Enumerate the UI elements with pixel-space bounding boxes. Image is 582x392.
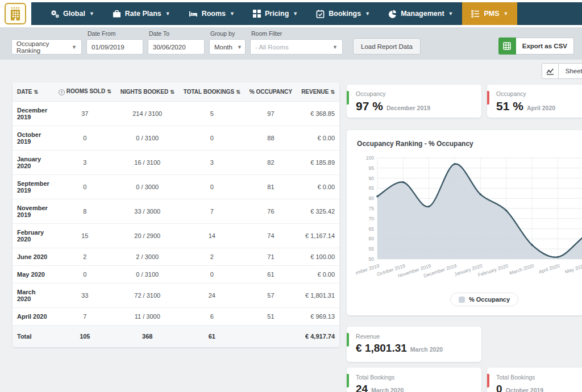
room-filter-group: Room Filter - All Rooms ▼ xyxy=(250,30,343,55)
table-cell-revenue: € 325.42 xyxy=(297,199,339,224)
report-type-select[interactable]: Occupancy Ranking ▼ xyxy=(11,39,82,55)
table-cell-rooms_sold: 37 xyxy=(54,102,116,126)
stat-period: December 2019 xyxy=(386,105,430,111)
sort-icon[interactable]: ⇅ xyxy=(236,89,240,95)
stat-label: Revenue xyxy=(356,333,473,340)
table-cell-nights_booked: 11 / 3000 xyxy=(116,308,179,326)
sort-icon[interactable]: ⇅ xyxy=(107,89,111,94)
date-to-input[interactable] xyxy=(148,39,205,55)
table-cell-date: April 2020 xyxy=(13,308,54,326)
report-table-card: DATE⇅?ROOMS SOLD⇅NIGHTS BOOKED⇅TOTAL BOO… xyxy=(13,82,339,347)
table-cell-occupancy: 81 xyxy=(245,175,297,199)
column-header[interactable]: DATE⇅ xyxy=(13,82,54,102)
legend-occupancy-toggle[interactable]: % Occupancy xyxy=(450,293,518,306)
occupancy-stat-row: Occupancy 97 %December 2019 Occupancy 51… xyxy=(347,85,582,118)
stat-period: March 2020 xyxy=(410,346,443,353)
nav-item-pricing[interactable]: Pricing ▼ xyxy=(244,2,307,25)
nav-item-management[interactable]: Management ▼ xyxy=(379,2,462,25)
table-row: October 201900 / 3100088€ 0.00 xyxy=(13,126,339,151)
table-cell-rooms_sold: 0 xyxy=(54,266,116,283)
svg-text:75: 75 xyxy=(369,206,375,211)
report-table: DATE⇅?ROOMS SOLD⇅NIGHTS BOOKED⇅TOTAL BOO… xyxy=(13,82,339,347)
table-cell-total_bookings: 14 xyxy=(179,224,245,248)
table-row: April 2020711 / 3000651€ 969.13 xyxy=(13,308,339,326)
svg-text:85: 85 xyxy=(369,185,375,191)
nav-item-rooms[interactable]: Rooms ▼ xyxy=(180,2,244,25)
total-cell-nights_booked: 368 xyxy=(116,326,179,348)
legend-swatch xyxy=(459,297,465,303)
view-mode-select[interactable]: Sheet + Chart xyxy=(559,63,582,79)
load-report-button[interactable]: Load Report Data xyxy=(353,38,421,55)
table-row: September 201900 / 3000081€ 0.00 xyxy=(13,175,339,199)
svg-text:70: 70 xyxy=(369,216,375,222)
column-header[interactable]: TOTAL BOOKINGS⇅ xyxy=(179,82,245,102)
nav-item-bookings[interactable]: Bookings ▼ xyxy=(307,2,379,25)
sort-icon[interactable]: ⇅ xyxy=(34,89,38,95)
stat-value: 24 xyxy=(356,383,368,392)
table-cell-date: December 2019 xyxy=(13,102,54,126)
nav-item-label: Rooms xyxy=(202,10,226,18)
help-icon[interactable]: ? xyxy=(59,89,65,95)
stat-card-occupancy-low: Occupancy 51 %April 2020 xyxy=(487,85,582,118)
table-cell-occupancy: 57 xyxy=(245,283,297,308)
svg-text:March 2020: March 2020 xyxy=(509,262,535,276)
accent-bar xyxy=(487,91,489,105)
column-header-label: REVENUE xyxy=(301,89,329,95)
table-cell-occupancy: 51 xyxy=(245,308,297,326)
date-from-input[interactable] xyxy=(86,39,143,55)
occupancy-chart-card: Occupancy Ranking - % Occupancy 50556065… xyxy=(347,130,582,315)
table-row: June 202022 / 3000271€ 100.00 xyxy=(13,248,339,266)
table-cell-date: November 2019 xyxy=(13,199,54,224)
export-csv-button[interactable]: Export as CSV xyxy=(498,37,574,55)
table-cell-nights_booked: 2 / 3000 xyxy=(116,248,179,266)
table-cell-nights_booked: 214 / 3100 xyxy=(116,102,179,126)
nav-item-label: Global xyxy=(63,10,85,18)
sort-icon[interactable]: ⇅ xyxy=(170,89,174,95)
pie-chart-icon xyxy=(388,10,397,18)
table-cell-rooms_sold: 33 xyxy=(54,283,116,308)
svg-text:55: 55 xyxy=(369,246,375,252)
nav-item-rate-plans[interactable]: Rate Plans ▼ xyxy=(103,2,180,25)
table-cell-revenue: € 969.13 xyxy=(297,308,339,326)
stat-label: Occupancy xyxy=(356,90,473,97)
app-logo[interactable] xyxy=(5,3,26,24)
room-filter-label: Room Filter xyxy=(251,30,343,37)
total-cell-rooms_sold: 105 xyxy=(54,326,116,348)
chart-legend: % Occupancy xyxy=(356,293,582,306)
svg-text:65: 65 xyxy=(369,226,375,232)
chart-line-icon[interactable] xyxy=(542,63,559,79)
table-cell-revenue: € 100.00 xyxy=(297,248,339,266)
svg-text:95: 95 xyxy=(369,165,375,171)
room-filter-select[interactable]: - All Rooms ▼ xyxy=(250,39,343,55)
stat-card-bookings-high: Total Bookings 24March 2020 xyxy=(347,368,481,392)
column-header[interactable]: ?ROOMS SOLD⇅ xyxy=(54,82,116,102)
column-header[interactable]: REVENUE⇅ xyxy=(297,82,339,102)
nav-item-global[interactable]: Global ▼ xyxy=(41,2,103,25)
nav-item-pms[interactable]: PMS ▼ xyxy=(462,2,517,25)
total-cell-total_bookings: 61 xyxy=(179,326,245,348)
chevron-down-icon: ▼ xyxy=(504,11,509,16)
column-header-label: DATE xyxy=(17,89,32,95)
svg-text:May 2020: May 2020 xyxy=(564,262,582,274)
table-cell-nights_booked: 0 / 3100 xyxy=(116,126,179,151)
total-cell-revenue: € 4,917.74 xyxy=(297,326,339,348)
stat-period: October 2019 xyxy=(506,387,544,392)
table-cell-rooms_sold: 2 xyxy=(54,248,116,266)
table-cell-revenue: € 0.00 xyxy=(297,266,339,283)
table-cell-occupancy: 76 xyxy=(245,199,297,224)
column-header[interactable]: NIGHTS BOOKED⇅ xyxy=(116,82,179,102)
grid-icon xyxy=(253,10,261,18)
stat-value: € 1,801.31 xyxy=(356,342,407,354)
table-row: November 2019833 / 3000776€ 325.42 xyxy=(13,199,339,224)
column-header-label: % OCCUPANCY xyxy=(250,89,292,95)
column-header-label: NIGHTS BOOKED xyxy=(120,89,168,95)
dashboard-panel: Sheet + Chart ▼ Occupancy 97 %December 2… xyxy=(347,60,582,392)
nav-item-label: PMS xyxy=(484,10,499,18)
chevron-down-icon: ▼ xyxy=(72,44,77,50)
view-mode-control[interactable]: Sheet + Chart ▼ xyxy=(542,63,582,79)
group-by-select[interactable]: Month ▼ xyxy=(209,39,246,55)
spreadsheet-icon xyxy=(498,37,516,55)
table-cell-occupancy: 88 xyxy=(245,126,297,151)
table-cell-nights_booked: 16 / 3100 xyxy=(116,151,179,175)
sort-icon[interactable]: ⇅ xyxy=(331,89,335,95)
